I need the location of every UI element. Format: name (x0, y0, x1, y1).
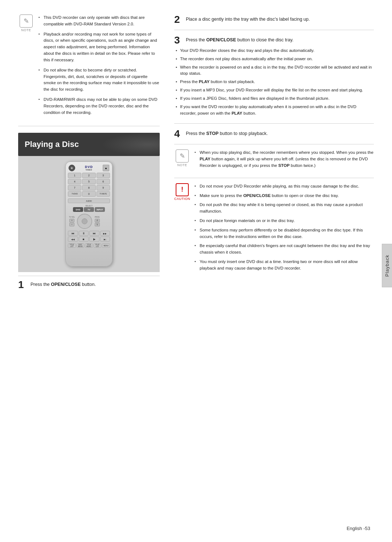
remote-btn-3[interactable]: 3 (97, 173, 110, 178)
footer-text: English -53 (347, 526, 370, 531)
remote-tv-btn[interactable]: TV (84, 207, 94, 212)
right-column: 2 Place a disc gently into the tray with… (174, 15, 374, 290)
note2-play-bold: PLAY (200, 157, 211, 161)
remote-vol-up[interactable]: + (69, 219, 74, 222)
step4-number: 4 (174, 129, 183, 139)
remote-btn-0[interactable]: 0 (82, 191, 95, 197)
remote-nav-inner[interactable] (82, 218, 87, 224)
note-label-2: NOTE (177, 163, 187, 167)
remote-btn-4[interactable]: 4 (68, 179, 81, 184)
note-icon-2: ✎ (176, 149, 189, 163)
remote-eject-btn[interactable]: ▲ (103, 165, 109, 171)
caution-bullet-5: Some functions may perform differently o… (195, 227, 374, 240)
playback-tab: Playback (382, 244, 392, 287)
note-block-1: ✎ NOTE This DVD recorder can only operat… (18, 15, 160, 126)
remote-control: ⏻ DVD VIDEO ▲ 1 2 3 4 5 (65, 161, 113, 267)
remote-next-btn[interactable]: ⏭ (89, 231, 99, 236)
caution-label: CAUTION (174, 197, 190, 201)
remote-stop-btn[interactable]: ■ (79, 237, 89, 242)
remote-btn-9[interactable]: 9 (97, 185, 110, 190)
remote-video-logo: VIDEO (86, 169, 92, 171)
remote-pause-btn[interactable]: ⏸ (79, 231, 89, 236)
step3-play2-bold: PLAY (232, 111, 242, 115)
remote-prev-btn[interactable]: ⏮ (68, 231, 78, 236)
caution-bullet-4: Do not place foreign materials on or in … (195, 218, 374, 224)
remote-play-list-btn[interactable]: PLAYLIST (94, 243, 102, 248)
step2-block: 2 Place a disc gently into the tray with… (174, 15, 374, 25)
remote-audio-btn[interactable]: AUDIO (68, 198, 110, 203)
remote-btn-2[interactable]: 2 (82, 173, 95, 178)
remote-row-audio: AUDIO (68, 198, 110, 203)
divider-3 (174, 144, 374, 144)
remote-prog-down[interactable]: ∨ (95, 223, 100, 226)
step1-text: Press the OPEN/CLOSE button. (30, 280, 96, 288)
caution-bullet-3: Do not push the disc tray while it is be… (195, 202, 374, 215)
step4-stop-bold: STOP (206, 131, 219, 136)
remote-power-btn[interactable]: ⏻ (69, 165, 75, 171)
step1-number: 1 (18, 280, 27, 290)
remote-dvd-btn[interactable]: DVD (73, 207, 83, 212)
note-bullet-2-1: When you stop playing disc, the recorder… (195, 149, 374, 169)
disc-image-area: ⏻ DVD VIDEO ▲ 1 2 3 4 5 (18, 156, 160, 272)
remote-menu-btn[interactable]: MENU (102, 243, 110, 248)
remote-btn-tvmute[interactable]: TV MUTE (97, 191, 110, 197)
caution-bullet-6: Be especially careful that children's fi… (195, 243, 374, 256)
remote-number-grid: 1 2 3 4 5 6 7 8 9 TV/DVD 0 TV MUTE (68, 173, 110, 197)
playing-disc-title-bar: Playing a Disc (18, 133, 160, 156)
caution-icon-wrap: ! CAUTION (174, 183, 190, 275)
remote-vol-down[interactable]: − (69, 223, 74, 226)
step3-number: 3 (174, 35, 183, 45)
step3-bullet-3: When the recorder is powered on and a di… (176, 64, 374, 77)
step4-block: 4 Press the STOP button to stop playback… (174, 129, 374, 139)
remote-btn-5[interactable]: 5 (82, 179, 95, 184)
divider-1 (174, 30, 374, 30)
left-column: ✎ NOTE This DVD recorder can only operat… (18, 15, 160, 290)
remote-dvd-logo: DVD (85, 165, 93, 169)
step1-area: 1 Press the OPEN/CLOSE button. (18, 276, 160, 290)
page-footer: English -53 (347, 526, 370, 531)
remote-select-row: DVD TV INPUT (73, 207, 105, 212)
remote-logo: DVD VIDEO (85, 165, 93, 171)
remote-play-btn[interactable]: ▶ (89, 237, 99, 242)
remote-top-row: ⏻ DVD VIDEO ▲ (68, 165, 110, 171)
remote-vol-prog-nav: TV VOL + − PROG (68, 214, 110, 229)
remote-btn-7[interactable]: 7 (68, 185, 81, 190)
step3-bullets: Your DVD Recorder closes the disc tray a… (174, 48, 374, 118)
page-container: ✎ NOTE This DVD recorder can only operat… (0, 0, 392, 542)
remote-input-btn[interactable]: INPUT (95, 207, 105, 212)
divider-2 (174, 123, 374, 124)
caution-icon: ! (176, 183, 189, 196)
remote-playback-grid: ⏮ ⏸ ⏭ ▶▶ ◀◀ ■ ▶ ▶| (68, 231, 110, 242)
remote-disc-menu-btn[interactable]: DISCMENU (77, 243, 85, 248)
remote-btn-8[interactable]: 8 (82, 185, 95, 190)
remote-rew-btn[interactable]: ◀◀ (68, 237, 78, 242)
remote-tvvol-label: TV VOL + − (68, 216, 76, 226)
note-content-1: This DVD recorder can only operate with … (38, 15, 160, 119)
step3-play-bold: PLAY (199, 79, 210, 84)
step3-block: 3 Press the OPEN/CLOSE button to close t… (174, 35, 374, 118)
remote-bottom-row: TITLELIST DISCMENU TITLEMENU PLAYLIST ME… (68, 243, 110, 248)
remote-skip-btn[interactable]: ▶| (100, 237, 110, 242)
caution-bullet-1: Do not move your DVD Recorder while play… (195, 183, 374, 190)
remote-title-menu-btn[interactable]: TITLEMENU (85, 243, 93, 248)
step3-bullet-6: If you insert a JPEG Disc, folders and f… (176, 95, 374, 102)
remote-btn-tvdvd[interactable]: TV/DVD (68, 191, 81, 197)
note-bullet-1-1: This DVD recorder can only operate with … (38, 15, 160, 28)
caution-content: Do not move your DVD Recorder while play… (195, 183, 374, 275)
step3-text: Press the OPEN/CLOSE button to close the… (186, 35, 293, 44)
remote-ff-btn[interactable]: ▶▶ (100, 231, 110, 236)
playback-sidebar-text: Playback (384, 255, 390, 277)
remote-title-list-btn[interactable]: TITLELIST (68, 243, 76, 248)
note-bullets-2: When you stop playing disc, the recorder… (195, 149, 374, 169)
remote-btn-6[interactable]: 6 (97, 179, 110, 184)
remote-prog-label: PROG ∧ ∨ (93, 216, 101, 226)
remote-prog-up[interactable]: ∧ (95, 219, 100, 222)
note-icon: ✎ (20, 15, 33, 28)
note-content-2: When you stop playing disc, the recorder… (195, 149, 374, 172)
remote-select-area: SELECT DVD TV INPUT (68, 205, 110, 212)
remote-btn-1[interactable]: 1 (68, 173, 81, 178)
remote-select-label: SELECT (85, 205, 92, 207)
step2-number: 2 (174, 15, 183, 25)
remote-nav-circle[interactable] (77, 214, 92, 229)
step3-open-close-bold: OPEN/CLOSE (206, 37, 236, 42)
